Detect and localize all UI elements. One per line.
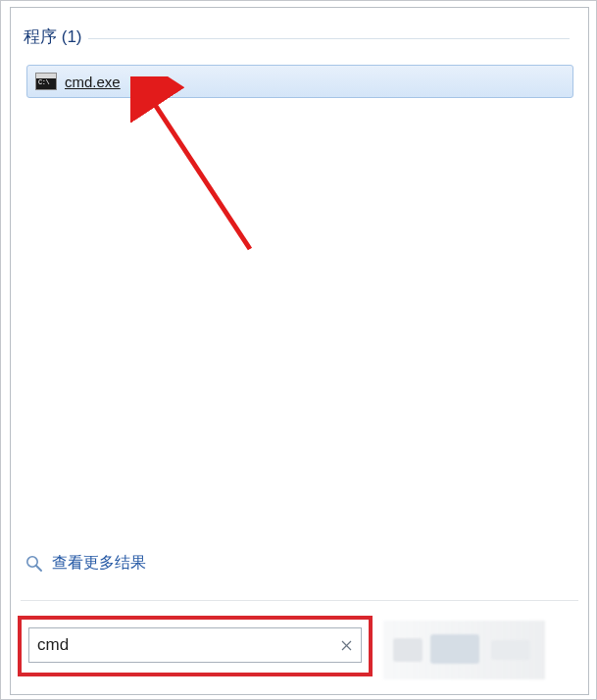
search-icon bbox=[25, 554, 44, 574]
search-result-label: cmd.exe bbox=[65, 74, 121, 90]
taskbar-blur-region bbox=[383, 621, 545, 679]
annotation-arrow-icon bbox=[130, 76, 268, 263]
svg-line-3 bbox=[36, 566, 41, 571]
footer-divider bbox=[21, 600, 578, 601]
see-more-results-label: 查看更多结果 bbox=[52, 553, 146, 574]
clear-search-button[interactable] bbox=[338, 637, 354, 653]
search-result-cmd[interactable]: C:\ cmd.exe bbox=[26, 65, 573, 98]
svg-line-1 bbox=[148, 94, 250, 249]
section-divider-line bbox=[24, 38, 570, 39]
cmd-exe-icon: C:\ bbox=[35, 73, 57, 90]
search-input[interactable] bbox=[28, 627, 362, 663]
search-box-wrapper bbox=[28, 627, 362, 663]
programs-section-label: 程序 (1) bbox=[24, 27, 88, 47]
programs-section-header: 程序 (1) bbox=[24, 27, 575, 53]
close-icon bbox=[341, 640, 352, 651]
start-menu-search-panel: 程序 (1) C:\ cmd.exe 查看更多结果 bbox=[10, 7, 589, 695]
see-more-results-link[interactable]: 查看更多结果 bbox=[25, 553, 146, 574]
